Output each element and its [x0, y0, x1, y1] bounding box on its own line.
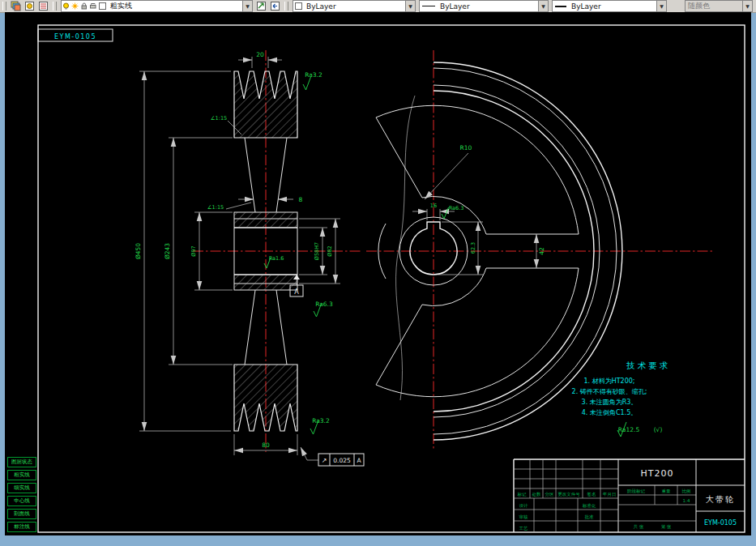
- current-plot-style-name: 随颜色: [686, 1, 712, 11]
- label-weight: 重量: [662, 488, 672, 493]
- spoke-window-upper: [376, 105, 579, 234]
- drawing-number: EYM-0105: [704, 519, 737, 527]
- tech-requirements-title: 技术要求: [626, 360, 670, 370]
- rim-section-top: [234, 71, 297, 138]
- drawing-svg: EYM-0105 Ø450: [5, 12, 751, 535]
- sheet-number: 第 张: [661, 524, 672, 530]
- taper-label-lower: ∠1:15: [207, 204, 224, 211]
- make-object-layer-current-button[interactable]: [255, 1, 267, 11]
- dropdown-arrow-icon[interactable]: ▼: [405, 1, 415, 11]
- tech-requirement-item: 1. 材料为HT200;: [583, 378, 634, 385]
- drawing-canvas[interactable]: 图层状态 粗实线 细实线 中心线 剖面线 标注线 EYM-0105: [5, 12, 751, 535]
- rim-section-bottom: [234, 365, 297, 431]
- roughness-mid: Ra6.3: [315, 301, 333, 308]
- spoke-window-lower: [376, 268, 579, 397]
- layer-on-bulb-icon: [62, 2, 70, 10]
- label-approve: 批准: [585, 514, 595, 520]
- tech-requirement-item: 3. 未注圆角为R3。: [582, 399, 638, 406]
- tolerance-frame: ↗ 0.025 A: [301, 447, 364, 466]
- current-lineweight-name: ByLayer: [569, 2, 604, 11]
- layer-previous-icon: [270, 1, 280, 11]
- roughness-top: Ra3.2: [305, 71, 322, 79]
- label-mark: 标记: [517, 492, 527, 497]
- dim-arm-width: 42: [538, 247, 545, 255]
- dim-hub-diameter: Ø97: [190, 245, 197, 256]
- object-properties-toolbar: 粗实线 ▼ ByLayer ▼ ByLayer ▼: [0, 0, 756, 13]
- make-layer-current-icon: [256, 1, 267, 11]
- roughness-bore: Ra1.6: [269, 255, 284, 262]
- scale-value: 1:4: [683, 498, 690, 503]
- linetype-control-dropdown[interactable]: ByLayer ▼: [419, 0, 549, 12]
- plot-style-control-dropdown[interactable]: 随颜色 ▼: [685, 0, 753, 12]
- dim-keyway-depth: 62.3: [470, 242, 476, 254]
- layers-icon: [11, 1, 21, 11]
- dim-web-thickness: 8: [299, 196, 303, 203]
- lineweight-sample-icon: [555, 6, 566, 7]
- current-color-name: ByLayer: [304, 2, 339, 11]
- current-linetype-name: ByLayer: [438, 2, 472, 11]
- label-date: 年月日: [603, 492, 617, 497]
- tech-requirement-item: 4. 未注倒角C1.5。: [582, 409, 637, 416]
- section-view: Ø450 Ø243 Ø97 Ø58H7 Ø82: [135, 50, 364, 466]
- lineweight-control-dropdown[interactable]: ByLayer ▼: [552, 0, 667, 12]
- layer-lock-icon: [80, 2, 88, 10]
- corner-drawing-number: EYM-0105: [54, 33, 96, 41]
- label-standard: 标准化: [582, 503, 596, 509]
- dim-outer-diameter: Ø450: [135, 243, 142, 259]
- label-zone: 分区: [545, 492, 555, 497]
- label-sign: 签名: [587, 492, 596, 497]
- layer-previous-button[interactable]: [269, 1, 281, 11]
- dropdown-arrow-icon[interactable]: ▼: [656, 1, 666, 11]
- part-name: 大带轮: [706, 495, 735, 504]
- label-scale: 比例: [682, 488, 691, 494]
- label-file: 更改文件号: [557, 492, 580, 497]
- taper-label-upper: ∠1:15: [211, 115, 227, 122]
- roughness-hub: Ra6.3: [449, 205, 464, 211]
- technical-requirements: 技术要求 1. 材料为HT200; 2. 铸件不得有砂眼、缩孔; 3. 未注圆角…: [572, 360, 670, 437]
- layer-manager-button[interactable]: [37, 1, 49, 11]
- layer-properties-button[interactable]: [10, 1, 22, 11]
- dim-bore: Ø58H7: [314, 242, 320, 260]
- color-control-dropdown[interactable]: ByLayer ▼: [293, 0, 416, 12]
- cad-window: 粗实线 ▼ ByLayer ▼ ByLayer ▼: [0, 0, 756, 546]
- label-design: 设计: [519, 503, 529, 508]
- sheet-total: 共 张: [633, 524, 644, 530]
- dropdown-arrow-icon[interactable]: ▼: [538, 1, 548, 11]
- layer-color-chip: [99, 2, 106, 10]
- current-color-chip: [295, 2, 302, 10]
- layer-plot-printer-icon: [89, 2, 96, 10]
- toolbar-grip[interactable]: [53, 2, 57, 11]
- front-view: R10 42 16 62.3 Ra6.3: [366, 50, 715, 450]
- dim-groove-root-diameter: Ø243: [164, 243, 171, 259]
- layer-control-dropdown[interactable]: 粗实线 ▼: [61, 0, 253, 12]
- datum-letter: A: [294, 288, 299, 296]
- title-block: HT200 大带轮 EYM-0105 标记 处数 分区 更改文件号 签名 年月日…: [514, 459, 745, 532]
- dropdown-arrow-icon[interactable]: ▼: [242, 1, 252, 11]
- layer-states-icon: [24, 1, 35, 11]
- label-count: 处数: [532, 492, 542, 497]
- general-roughness-note: Ra12.5: [618, 426, 640, 433]
- dim-keyway-width: 16: [430, 203, 437, 209]
- general-roughness-suffix: (√): [654, 426, 663, 433]
- layer-states-button[interactable]: [23, 1, 36, 11]
- dim-fillet-radius: R10: [460, 144, 472, 151]
- dim-overall-width: 80: [262, 441, 270, 449]
- corner-label-block: EYM-0105: [38, 29, 113, 41]
- dim-boss-diameter: Ø82: [327, 245, 333, 256]
- material-designation: HT200: [641, 468, 674, 479]
- label-process: 工艺: [519, 526, 529, 531]
- current-layer-name: 粗实线: [108, 1, 135, 11]
- layer-manager-icon: [38, 1, 49, 11]
- roughness-bottom: Ra3.2: [312, 417, 330, 424]
- linetype-sample-icon: [422, 6, 435, 6]
- layer-freeze-sun-icon: [71, 2, 79, 10]
- tech-requirement-item: 2. 铸件不得有砂眼、缩孔;: [572, 388, 647, 395]
- toolbar-grip[interactable]: [284, 2, 288, 11]
- tolerance-datum: A: [357, 457, 361, 464]
- toolbar-grip[interactable]: [2, 2, 6, 11]
- dropdown-arrow-icon: ▼: [742, 1, 752, 11]
- label-check: 审核: [519, 514, 529, 519]
- tolerance-symbol: ↗: [322, 457, 327, 464]
- break-line: [396, 96, 415, 400]
- label-stage: 阶段标记: [627, 488, 646, 494]
